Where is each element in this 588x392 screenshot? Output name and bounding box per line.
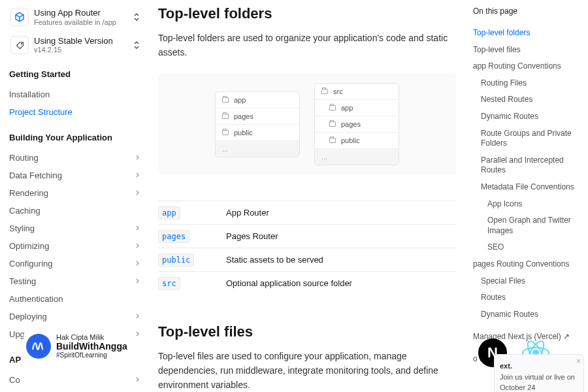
nav-item[interactable]: Configuring xyxy=(9,255,149,272)
watermark-icon xyxy=(26,334,51,359)
table-row: pagesPages Router xyxy=(158,225,456,248)
nav-item[interactable]: Testing xyxy=(9,272,149,290)
cube-icon xyxy=(10,8,29,26)
tree-row: public xyxy=(315,133,399,149)
nav-item-label: Installation xyxy=(9,90,50,99)
nav-item[interactable]: Optimizing xyxy=(9,237,149,255)
tree-row: ... xyxy=(315,149,399,165)
router-selector-sub: Features available in /app xyxy=(34,18,127,27)
nav-item-label: Rendering xyxy=(9,188,48,198)
tree-row: app xyxy=(216,92,299,108)
watermark-line2: BuildWithAngga xyxy=(56,341,127,351)
toc-item[interactable]: Top-level files xyxy=(473,42,581,59)
folder-tree-2: srcapppagespublic... xyxy=(314,83,399,165)
nav-item[interactable]: File Conventions xyxy=(9,389,149,392)
folder-icon xyxy=(222,114,229,119)
nav-item-label: Project Structure xyxy=(9,107,73,117)
toc-item[interactable]: Top-level folders xyxy=(473,25,581,42)
paragraph-folders: Top-level folders are used to organize y… xyxy=(158,31,456,59)
folder-icon xyxy=(222,97,229,103)
version-selector[interactable]: Using Stable Version v14.2.15 xyxy=(9,33,149,57)
toc-item[interactable]: pages Routing Conventions xyxy=(473,256,581,273)
chevron-right-icon xyxy=(135,278,140,284)
watermark-line3: #SpiritOfLearning xyxy=(56,351,127,359)
chevron-right-icon xyxy=(135,260,140,267)
router-selector[interactable]: Using App Router Features available in /… xyxy=(9,5,149,29)
code-token[interactable]: app xyxy=(158,206,180,220)
toc-item[interactable]: Dynamic Routes xyxy=(473,306,581,323)
table-cell-desc: Pages Router xyxy=(226,225,456,248)
nav-item-label: Testing xyxy=(9,276,36,286)
nav-item[interactable]: Caching xyxy=(9,202,149,220)
code-token[interactable]: pages xyxy=(158,230,189,243)
tree-row: pages xyxy=(216,108,299,125)
nav-item[interactable]: Rendering xyxy=(9,184,149,202)
table-of-contents: On this page Top-level foldersTop-level … xyxy=(473,0,588,392)
version-selector-title: Using Stable Version xyxy=(34,36,127,46)
nav-section-getting-started: Getting Started InstallationProject Stru… xyxy=(9,69,149,121)
toc-item[interactable]: Route Groups and Private Folders xyxy=(473,125,581,152)
toast-title: ext. xyxy=(500,361,578,371)
toc-item[interactable]: Dynamic Routes xyxy=(473,108,581,125)
nav-item-label: Routing xyxy=(9,153,39,163)
nav-item-label: Optimizing xyxy=(9,241,49,251)
toc-item[interactable]: Nested Routes xyxy=(473,91,581,108)
nav-item[interactable]: Data Fetching xyxy=(9,167,149,184)
folder-icon xyxy=(222,130,229,135)
chevron-right-icon xyxy=(135,189,140,196)
toc-item[interactable]: SEO xyxy=(473,239,581,256)
nav-item[interactable]: Co xyxy=(9,371,149,389)
chevron-right-icon xyxy=(135,376,140,383)
nav-item-label: Configuring xyxy=(9,259,53,269)
router-selector-title: Using App Router xyxy=(34,8,127,18)
tree-row: ... xyxy=(216,141,299,157)
nav-item-label: Caching xyxy=(9,206,41,216)
nav-heading: Building Your Application xyxy=(9,133,149,142)
table-row: appApp Router xyxy=(158,201,456,225)
nav-item-label: Authentication xyxy=(9,294,63,304)
chevron-right-icon xyxy=(135,225,140,231)
close-icon[interactable]: × xyxy=(576,356,581,367)
folder-icon xyxy=(329,122,336,127)
folder-icon xyxy=(321,89,328,94)
nav-item[interactable]: Authentication xyxy=(9,290,149,308)
tree-row: src xyxy=(315,84,399,100)
nav-section-building: Building Your Application RoutingData Fe… xyxy=(9,133,149,343)
paragraph-files: Top-level files are used to configure yo… xyxy=(158,350,456,392)
toc-item[interactable]: Metadata File Conventions xyxy=(473,179,581,196)
toast-body: Join us virtual or live on October 24 xyxy=(500,372,578,392)
tag-icon xyxy=(10,36,29,54)
tree-row: public xyxy=(216,125,299,141)
nav-item-label: Styling xyxy=(9,223,35,233)
nav-item[interactable]: Deploying xyxy=(9,308,149,325)
main-content: Top-level folders Top-level folders are … xyxy=(149,0,473,392)
toc-title: On this page xyxy=(473,7,581,16)
folder-icon xyxy=(329,138,336,143)
nav-item[interactable]: Styling xyxy=(9,220,149,237)
heading-top-level-folders: Top-level folders xyxy=(158,5,456,22)
chevron-right-icon xyxy=(135,172,140,178)
nav-item-label: Deploying xyxy=(9,312,47,321)
nav-item[interactable]: Installation xyxy=(9,86,149,103)
svg-point-0 xyxy=(21,43,22,44)
conf-toast: × ext. Join us virtual or live on Octobe… xyxy=(494,354,584,392)
code-token[interactable]: public xyxy=(158,253,194,267)
watermark-badge: Hak Cipta Milik BuildWithAngga #SpiritOf… xyxy=(24,331,130,361)
nav-heading: Getting Started xyxy=(9,69,149,79)
toc-item[interactable]: App Icons xyxy=(473,196,581,213)
nav-item[interactable]: Routing xyxy=(9,149,149,167)
table-row: publicStatic assets to be served xyxy=(158,248,456,272)
table-cell-desc: Static assets to be served xyxy=(226,248,456,272)
code-token[interactable]: src xyxy=(158,277,180,290)
toc-item[interactable]: app Routing Conventions xyxy=(473,58,581,75)
chevron-updown-icon xyxy=(132,12,141,22)
toc-item[interactable]: Special Files xyxy=(473,273,581,290)
toc-item[interactable]: Parallel and Intercepted Routes xyxy=(473,152,581,179)
tree-row: pages xyxy=(315,116,399,133)
heading-top-level-files: Top-level files xyxy=(158,323,456,340)
toc-item[interactable]: Open Graph and Twitter Images xyxy=(473,212,581,239)
nav-item[interactable]: Project Structure xyxy=(9,103,149,121)
toc-item[interactable]: Routes xyxy=(473,289,581,306)
version-selector-sub: v14.2.15 xyxy=(34,46,127,54)
toc-item[interactable]: Routing Files xyxy=(473,75,581,92)
